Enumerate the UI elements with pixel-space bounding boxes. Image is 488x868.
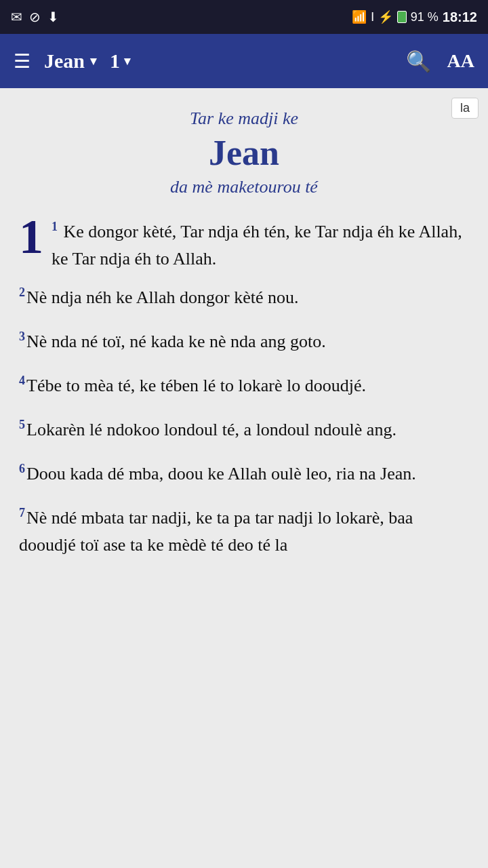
battery-level (397, 11, 407, 23)
book-dropdown-arrow: ▾ (90, 54, 96, 68)
book-title-line3: da mè maketourou té (19, 177, 469, 197)
status-left-icons: ✉ ⊘ ⬇ (11, 9, 59, 25)
app-bar: ☰ Jean ▾ 1 ▾ 🔍 AA (0, 34, 488, 88)
verse-num-4: 4 (19, 374, 25, 387)
verse-block-4: 4Tébe to mèa té, ke tében lé to lokarè l… (19, 372, 469, 399)
verse-num-1: 1 (52, 220, 58, 233)
verse-block-6: 6Doou kada dé mba, doou ke Allah oulè le… (19, 460, 469, 488)
chapter-block-1: 1 1 Ke dongor kèté, Tar ndja éh tén, ke … (19, 218, 469, 273)
charging-icon: ⚡ (378, 9, 393, 24)
battery-percent: 91 % (411, 10, 439, 24)
verse-num-7: 7 (19, 506, 25, 519)
search-button[interactable]: 🔍 (406, 50, 431, 73)
status-right: 📶 Ⅰ ⚡ 91 % 18:12 (352, 9, 477, 25)
font-size-button[interactable]: AA (447, 50, 474, 72)
verse-num-3: 3 (19, 330, 25, 343)
book-title-line2: Jean (19, 133, 469, 173)
download-icon: ⬇ (47, 9, 59, 25)
la-button[interactable]: la (451, 98, 479, 119)
chapter-number-display: 1 (19, 212, 43, 261)
gmail-icon: ✉ (11, 9, 22, 25)
verse-num-2: 2 (19, 285, 25, 299)
wifi-icon: 📶 (352, 9, 367, 24)
book-title-section: Tar ke madji ke Jean da mè maketourou té (19, 108, 469, 197)
verse-block-2: 2Nè ndja néh ke Allah dongor kèté nou. (19, 283, 469, 311)
verse-num-5: 5 (19, 418, 25, 431)
block-icon: ⊘ (29, 9, 41, 25)
app-bar-right: 🔍 AA (406, 50, 474, 73)
book-name-label: Jean (44, 50, 85, 73)
status-bar: ✉ ⊘ ⬇ 📶 Ⅰ ⚡ 91 % 18:12 (0, 0, 488, 34)
time-display: 18:12 (443, 9, 477, 25)
chapter-dropdown-arrow: ▾ (124, 54, 130, 68)
chapter-selector[interactable]: 1 ▾ (110, 50, 130, 73)
verse-block-3: 3Nè nda né toï, né kada ke nè nda ang go… (19, 328, 469, 355)
verse-num-6: 6 (19, 462, 25, 475)
signal-icon: Ⅰ (371, 9, 374, 24)
hamburger-menu-button[interactable]: ☰ (14, 50, 30, 73)
book-title-line1: Tar ke madji ke (19, 108, 469, 129)
chapter-number-label: 1 (110, 50, 120, 73)
app-bar-left: ☰ Jean ▾ 1 ▾ (14, 50, 130, 73)
verse-block-5: 5Lokarèn lé ndokoo londoul té, a londoul… (19, 416, 469, 443)
book-selector[interactable]: Jean ▾ (44, 50, 96, 73)
bible-content: la Tar ke madji ke Jean da mè maketourou… (0, 88, 488, 868)
verse-1-text: 1 Ke dongor kèté, Tar ndja éh tén, ke Ta… (52, 218, 469, 273)
verse-block-7: 7Nè ndé mbata tar nadji, ke ta pa tar na… (19, 504, 469, 559)
